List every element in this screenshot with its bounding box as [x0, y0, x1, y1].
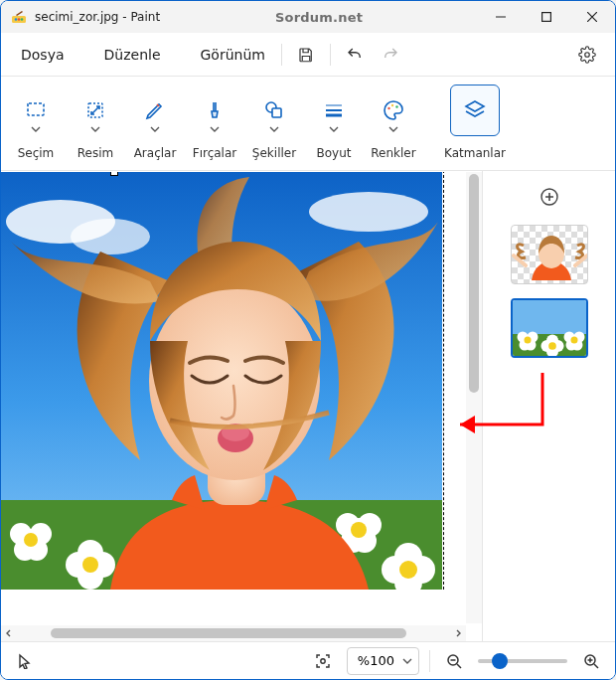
svg-rect-6: [28, 103, 44, 115]
vertical-scrollbar[interactable]: [466, 172, 482, 623]
svg-point-70: [563, 332, 574, 343]
svg-point-52: [541, 189, 557, 205]
zoom-out-button[interactable]: [440, 647, 468, 675]
close-button[interactable]: [569, 1, 615, 33]
svg-rect-4: [542, 13, 551, 22]
svg-point-74: [321, 658, 325, 662]
shapes-label: Şekiller: [252, 146, 296, 160]
svg-point-53: [539, 239, 564, 268]
brushes-button[interactable]: [190, 85, 239, 136]
pencil-icon: [143, 98, 167, 122]
paint-app-icon: [11, 9, 27, 25]
svg-point-10: [387, 107, 389, 109]
colors-label: Renkler: [371, 146, 415, 160]
chevron-down-icon: [402, 658, 412, 664]
resize-icon: [83, 98, 107, 122]
add-layer-button[interactable]: [536, 183, 563, 211]
svg-point-66: [545, 334, 557, 346]
chevron-down-icon: [210, 126, 220, 132]
chevron-down-icon: [150, 126, 160, 132]
size-label: Boyut: [317, 146, 352, 160]
svg-point-63: [551, 340, 563, 352]
svg-point-56: [522, 335, 533, 346]
watermark-text: Sordum.net: [160, 10, 478, 25]
scrollbar-thumb[interactable]: [469, 174, 479, 393]
chevron-down-icon: [31, 126, 41, 132]
svg-point-71: [571, 340, 582, 351]
fit-screen-button[interactable]: [309, 647, 337, 675]
svg-point-57: [527, 332, 538, 343]
chevron-down-icon: [269, 126, 279, 132]
svg-rect-0: [12, 16, 26, 23]
svg-point-75: [448, 655, 458, 665]
svg-point-68: [568, 335, 579, 346]
settings-button[interactable]: [569, 39, 605, 71]
titlebar: secimi_zor.jpg - Paint Sordum.net: [1, 1, 615, 33]
menubar: Dosya Düzenle Görünüm: [1, 33, 615, 77]
select-tool-button[interactable]: [11, 85, 61, 136]
horizontal-scrollbar[interactable]: [1, 625, 466, 641]
redo-button[interactable]: [373, 39, 408, 71]
maximize-button[interactable]: [524, 1, 569, 33]
fit-icon: [314, 652, 332, 670]
shapes-button[interactable]: [249, 85, 299, 136]
zoom-in-button[interactable]: [577, 647, 605, 675]
selection-handle[interactable]: [110, 171, 118, 176]
svg-point-62: [545, 340, 557, 352]
menu-edit[interactable]: Düzenle: [94, 39, 171, 71]
colors-button[interactable]: [369, 85, 418, 136]
menu-file[interactable]: Dosya: [11, 39, 75, 71]
svg-rect-7: [88, 103, 102, 117]
svg-point-72: [565, 340, 576, 351]
zoom-slider[interactable]: [478, 659, 567, 663]
svg-rect-54: [513, 300, 588, 336]
scroll-right-button[interactable]: [450, 625, 466, 641]
svg-point-2: [18, 18, 21, 21]
layers-button[interactable]: [450, 85, 500, 136]
svg-point-1: [15, 18, 18, 21]
undo-button[interactable]: [337, 39, 373, 71]
save-button[interactable]: [288, 39, 324, 71]
brush-icon: [203, 98, 227, 122]
zoom-select[interactable]: %100: [347, 647, 419, 675]
layer-thumbnail-1[interactable]: [511, 225, 588, 284]
svg-point-69: [573, 332, 584, 343]
select-label: Seçim: [18, 146, 55, 160]
palette-icon: [382, 98, 405, 122]
brushes-label: Fırçalar: [193, 146, 236, 160]
svg-point-58: [517, 332, 528, 343]
work-area: [1, 171, 615, 641]
chevron-down-icon: [90, 126, 100, 132]
layer-thumbnail-2[interactable]: [511, 298, 588, 358]
chevron-down-icon: [329, 126, 339, 132]
svg-point-8: [266, 102, 276, 112]
size-button[interactable]: [309, 85, 359, 136]
ribbon-toolbar: Seçim Resim Araçlar Fırçalar: [1, 77, 615, 171]
cursor-tool-button[interactable]: [11, 647, 39, 675]
scroll-left-button[interactable]: [1, 625, 17, 641]
scrollbar-thumb[interactable]: [51, 628, 406, 638]
stroke-size-icon: [322, 98, 346, 122]
layers-label: Katmanlar: [444, 146, 506, 160]
menu-view[interactable]: Görünüm: [191, 39, 275, 71]
svg-point-67: [548, 342, 556, 350]
paint-window: secimi_zor.jpg - Paint Sordum.net Dosya …: [0, 0, 616, 680]
svg-point-3: [21, 18, 24, 21]
chevron-down-icon: [388, 126, 398, 132]
tools-button[interactable]: [130, 85, 180, 136]
shapes-icon: [262, 98, 286, 122]
tools-label: Araçlar: [134, 146, 177, 160]
layers-panel: [482, 171, 615, 641]
minimize-button[interactable]: [478, 1, 524, 33]
selection-rectangle[interactable]: [1, 172, 442, 590]
separator: [281, 44, 282, 66]
svg-point-59: [525, 340, 536, 351]
svg-point-12: [395, 105, 397, 107]
window-title: secimi_zor.jpg - Paint: [35, 10, 160, 24]
status-bar: %100: [1, 641, 615, 679]
svg-rect-9: [272, 108, 281, 117]
zoom-value: %100: [358, 653, 394, 668]
svg-rect-55: [513, 334, 588, 358]
zoom-slider-knob[interactable]: [492, 653, 508, 669]
image-tool-button[interactable]: [71, 85, 120, 136]
